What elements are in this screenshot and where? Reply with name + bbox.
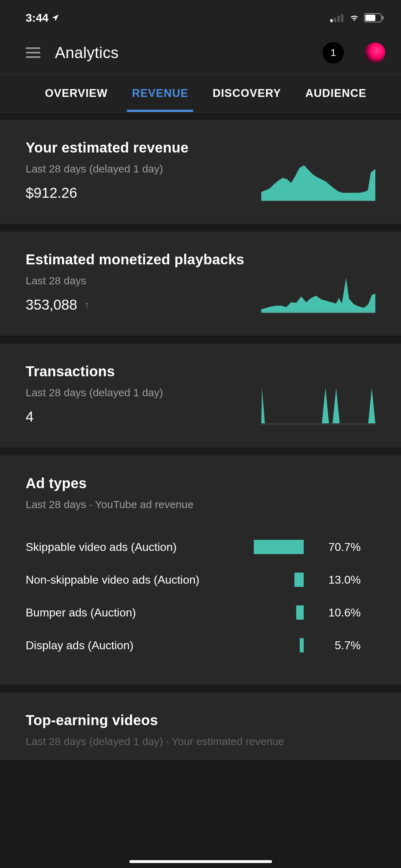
transactions-sparkline <box>261 388 375 425</box>
playbacks-value-text: 353,088 <box>26 297 77 313</box>
svg-rect-1 <box>334 18 336 22</box>
ad-types-title: Ad types <box>26 475 375 491</box>
ad-type-bar <box>296 605 304 620</box>
menu-icon[interactable] <box>26 47 41 58</box>
ad-type-bar <box>254 540 304 554</box>
status-bar: 3:44 <box>0 0 401 31</box>
svg-rect-3 <box>341 14 343 22</box>
svg-rect-6 <box>365 15 375 21</box>
ad-types-subtitle: Last 28 days · YouTube ad revenue <box>26 498 375 511</box>
cellular-icon <box>330 14 345 22</box>
ad-type-row: Skippable video ads (Auction)70.7% <box>26 531 375 563</box>
svg-rect-0 <box>330 19 333 22</box>
ad-type-row: Bumper ads (Auction)10.6% <box>26 596 375 629</box>
revenue-sparkline <box>261 164 375 201</box>
svg-rect-5 <box>382 16 384 20</box>
svg-rect-2 <box>338 16 340 22</box>
ad-type-bar-wrap <box>254 605 304 620</box>
ad-type-row: Non-skippable video ads (Auction)13.0% <box>26 563 375 596</box>
avatar[interactable] <box>365 42 385 63</box>
notification-badge[interactable]: 1 <box>323 42 344 63</box>
trend-up-icon: ↑ <box>84 299 90 311</box>
wifi-icon <box>348 14 360 22</box>
ad-type-label: Display ads (Auction) <box>26 639 254 652</box>
svg-rect-7 <box>26 47 40 49</box>
ad-type-bar-wrap <box>254 540 304 554</box>
ad-type-percent: 13.0% <box>314 573 361 587</box>
ad-type-bar <box>294 573 304 587</box>
battery-icon <box>364 13 384 22</box>
svg-rect-9 <box>26 56 40 58</box>
ad-type-bar-wrap <box>254 638 304 652</box>
ad-type-percent: 70.7% <box>314 541 361 554</box>
tab-revenue[interactable]: REVENUE <box>130 75 190 112</box>
page-title: Analytics <box>55 44 119 62</box>
revenue-title: Your estimated revenue <box>26 140 375 156</box>
ad-type-bar-wrap <box>254 573 304 587</box>
ad-types-card[interactable]: Ad types Last 28 days · YouTube ad reven… <box>0 455 401 684</box>
ad-type-label: Bumper ads (Auction) <box>26 606 254 619</box>
playbacks-title: Estimated monetized playbacks <box>26 252 375 268</box>
transactions-title: Transactions <box>26 363 375 379</box>
tab-audience[interactable]: AUDIENCE <box>303 75 369 112</box>
clock-text: 3:44 <box>26 11 48 25</box>
playbacks-card[interactable]: Estimated monetized playbacks Last 28 da… <box>0 232 401 336</box>
ad-type-row: Display ads (Auction)5.7% <box>26 629 375 662</box>
ad-type-label: Non-skippable video ads (Auction) <box>26 573 254 587</box>
ad-type-percent: 10.6% <box>314 606 361 619</box>
top-earning-subtitle: Last 28 days (delayed 1 day) · Your esti… <box>26 735 375 748</box>
top-earning-title: Top-earning videos <box>26 712 375 728</box>
playbacks-sparkline <box>261 276 375 313</box>
top-earning-card[interactable]: Top-earning videos Last 28 days (delayed… <box>0 692 401 760</box>
svg-rect-8 <box>26 52 40 53</box>
transactions-card[interactable]: Transactions Last 28 days (delayed 1 day… <box>0 343 401 448</box>
tabs-bar: OVERVIEW REVENUE DISCOVERY AUDIENCE <box>0 74 401 113</box>
app-header: Analytics 1 <box>0 31 401 74</box>
location-icon <box>51 14 59 22</box>
ad-type-label: Skippable video ads (Auction) <box>26 541 254 554</box>
home-indicator[interactable] <box>129 860 272 863</box>
tab-discovery[interactable]: DISCOVERY <box>210 75 283 112</box>
status-icons <box>330 13 384 22</box>
ad-types-list: Skippable video ads (Auction)70.7%Non-sk… <box>26 531 375 662</box>
status-time: 3:44 <box>26 11 59 25</box>
ad-type-percent: 5.7% <box>314 639 361 652</box>
ad-type-bar <box>300 638 304 652</box>
tab-overview[interactable]: OVERVIEW <box>43 75 110 112</box>
revenue-card[interactable]: Your estimated revenue Last 28 days (del… <box>0 120 401 224</box>
